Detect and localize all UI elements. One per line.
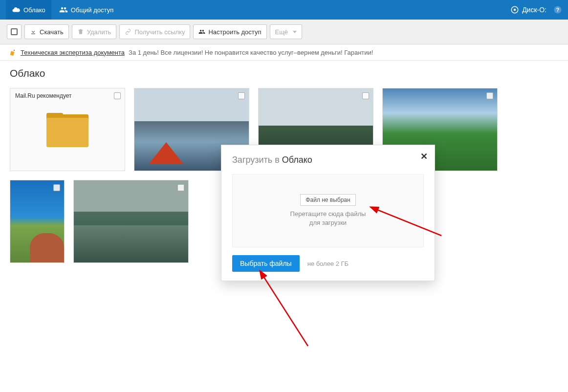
chevron-down-icon: [293, 31, 297, 33]
promo-icon: [9, 48, 17, 56]
toolbar: Скачать Удалить Получить ссылку Настроит…: [0, 20, 568, 44]
tab-shared-label: Общий доступ: [71, 6, 113, 14]
top-bar: Облако Общий доступ Диск-О: ?: [0, 0, 568, 20]
close-icon[interactable]: ✕: [420, 151, 428, 162]
modal-title-prefix: Загрузить в: [232, 155, 282, 165]
page-title: Облако: [0, 61, 568, 88]
select-files-button[interactable]: Выбрать файлы: [232, 255, 300, 272]
select-all-checkbox[interactable]: [7, 24, 22, 39]
annotation-arrow: [259, 273, 318, 352]
svg-line-5: [263, 276, 308, 346]
get-link-label: Получить ссылку: [134, 28, 185, 36]
get-link-button[interactable]: Получить ссылку: [119, 24, 190, 39]
cloud-icon: [12, 5, 21, 14]
people-small-icon: [198, 28, 205, 35]
download-label: Скачать: [40, 28, 64, 36]
help-icon[interactable]: ?: [553, 5, 562, 14]
card-checkbox[interactable]: [114, 92, 121, 99]
photo-thumbnail[interactable]: [73, 180, 189, 263]
drop-text: Перетащите сюда файлы для загрузки: [290, 210, 366, 227]
drop-line1: Перетащите сюда файлы: [290, 210, 366, 218]
photo-thumbnail[interactable]: [10, 180, 65, 263]
configure-access-label: Настроить доступ: [208, 28, 261, 36]
tab-cloud-label: Облако: [23, 6, 45, 14]
card-checkbox[interactable]: [362, 92, 369, 99]
promo-link[interactable]: Техническая экспертиза документа: [21, 49, 125, 56]
disk-icon: [510, 5, 519, 14]
modal-footer: Выбрать файлы не более 2 ГБ: [232, 255, 424, 272]
disk-o-link[interactable]: Диск-О:: [510, 5, 546, 14]
people-icon: [59, 5, 68, 14]
download-button[interactable]: Скачать: [24, 24, 69, 39]
upload-limit-text: не более 2 ГБ: [307, 260, 349, 267]
upload-modal: ✕ Загрузить в Облако Файл не выбран Пере…: [221, 145, 435, 281]
file-status-badge: Файл не выбран: [300, 194, 355, 206]
card-checkbox[interactable]: [177, 184, 184, 191]
topbar-right: Диск-О: ?: [510, 5, 562, 14]
modal-title: Загрузить в Облако: [232, 155, 424, 165]
modal-title-bold: Облако: [282, 155, 312, 165]
card-checkbox[interactable]: [238, 92, 245, 99]
tab-cloud[interactable]: Облако: [6, 0, 51, 20]
folder-icon: [46, 113, 88, 147]
delete-button[interactable]: Удалить: [72, 24, 117, 39]
configure-access-button[interactable]: Настроить доступ: [193, 24, 266, 39]
more-button[interactable]: Ещё: [270, 24, 303, 39]
recommend-card[interactable]: Mail.Ru рекомендует: [10, 88, 125, 171]
tab-shared[interactable]: Общий доступ: [53, 0, 119, 20]
trash-icon: [77, 28, 84, 35]
card-checkbox[interactable]: [486, 92, 493, 99]
promo-banner: Техническая экспертиза документа За 1 де…: [0, 44, 568, 61]
delete-label: Удалить: [87, 28, 111, 36]
more-label: Ещё: [275, 28, 288, 36]
recommend-title: Mail.Ru рекомендует: [15, 92, 72, 99]
topbar-left: Облако Общий доступ: [6, 0, 119, 20]
dropzone[interactable]: Файл не выбран Перетащите сюда файлы для…: [232, 174, 424, 247]
card-checkbox[interactable]: [53, 184, 60, 191]
disk-o-label: Диск-О:: [522, 6, 546, 14]
svg-point-1: [514, 9, 516, 11]
download-icon: [30, 28, 37, 35]
link-icon: [125, 28, 131, 35]
svg-text:?: ?: [556, 7, 559, 13]
drop-line2: для загрузки: [309, 219, 347, 226]
promo-text: За 1 день! Все лицензии! Не понравится к…: [129, 49, 373, 56]
